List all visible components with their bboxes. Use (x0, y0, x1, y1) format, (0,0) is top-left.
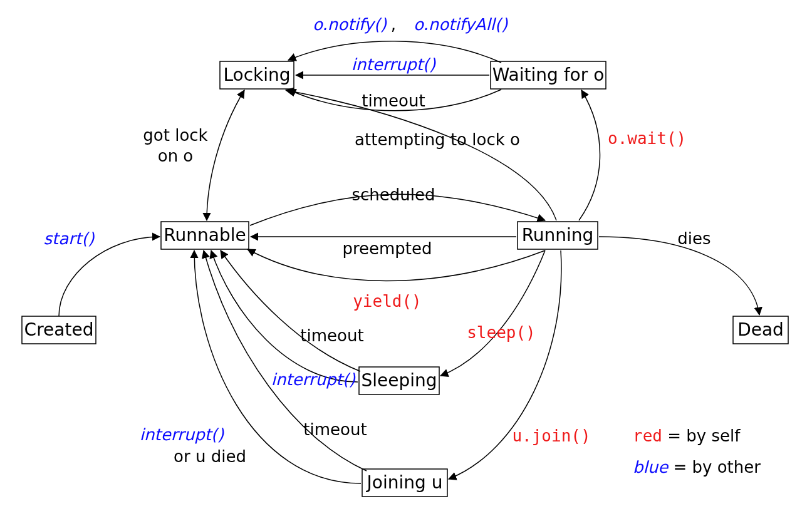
node-joining-label: Joining u (366, 472, 443, 493)
node-running: Running (518, 222, 598, 249)
node-waiting: Waiting for o (491, 61, 606, 89)
edge-join-label: u.join() (512, 426, 590, 445)
svg-text:o.notifyAll(): o.notifyAll() (414, 15, 508, 34)
node-waiting-label: Waiting for o (492, 64, 605, 85)
edge-sleep-interrupt (211, 250, 358, 382)
node-sleeping-label: Sleeping (361, 370, 437, 391)
thread-state-diagram: Created Runnable Running Dead Locking Wa… (0, 0, 812, 531)
edge-gotlock-label1: got lock (143, 126, 207, 145)
edge-preempted-label: preempted (342, 239, 432, 258)
edge-sleep (440, 250, 545, 376)
node-locking-label: Locking (223, 64, 290, 85)
node-dead-label: Dead (737, 319, 784, 340)
edge-join-interrupt-label2: or u died (174, 447, 246, 466)
edge-dies-label: dies (677, 229, 710, 248)
edge-yield-label: yield() (353, 292, 422, 311)
legend: red = by self blue = by other (633, 426, 761, 477)
edge-start (59, 237, 160, 316)
svg-text:,: , (391, 15, 396, 34)
node-running-label: Running (522, 225, 594, 245)
node-joining: Joining u (362, 469, 447, 497)
edge-sleep-interrupt-label: interrupt() (271, 370, 356, 389)
edge-join-interrupt-label1: interrupt() (140, 425, 224, 444)
edge-wait (579, 90, 600, 220)
edge-join-timeout-label: timeout (303, 420, 367, 439)
legend-red: red = by self (633, 426, 741, 445)
node-sleeping: Sleeping (359, 367, 439, 394)
node-locking: Locking (220, 61, 294, 89)
edge-wait-timeout-label: timeout (362, 91, 425, 110)
svg-text:o.notify(): o.notify() (313, 15, 387, 34)
edge-wait-interrupt-label: interrupt() (351, 55, 436, 74)
edge-sleep-label: sleep() (467, 323, 536, 342)
node-runnable: Runnable (161, 222, 249, 249)
node-runnable-label: Runnable (164, 225, 246, 245)
edge-sleep-timeout-label: timeout (300, 326, 363, 345)
edge-dies (599, 237, 759, 315)
node-created-label: Created (24, 319, 94, 340)
edge-gotlock (207, 90, 244, 220)
node-dead: Dead (733, 316, 788, 344)
edge-scheduled-label: scheduled (351, 185, 435, 204)
node-created: Created (22, 316, 96, 344)
edge-wait-label: o.wait() (608, 129, 686, 148)
edge-attempt-label: attempting to lock o (355, 130, 520, 149)
edge-gotlock-label2: on o (158, 147, 194, 165)
edge-notify-label: o.notify() , o.notifyAll() (313, 15, 508, 34)
legend-blue: blue = by other (633, 458, 761, 477)
edge-start-label: start() (44, 229, 95, 248)
